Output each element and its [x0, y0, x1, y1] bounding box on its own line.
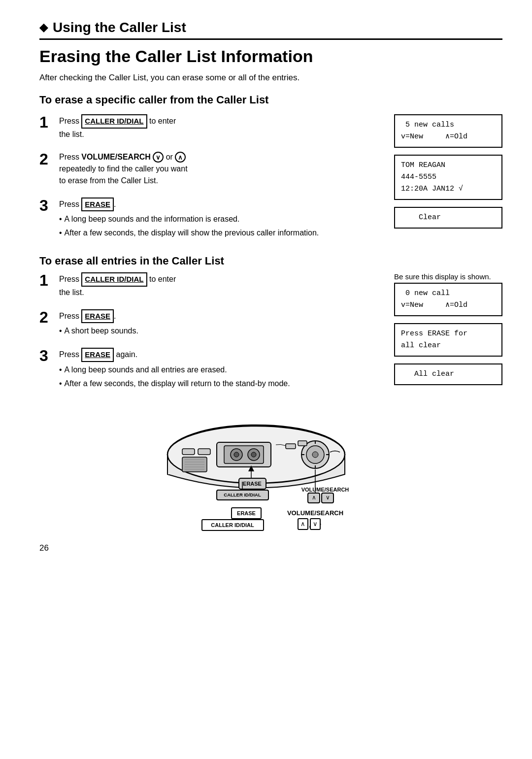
- svg-rect-9: [198, 449, 210, 455]
- step-3-content: Press ERASE. A long beep sounds and the …: [59, 198, 319, 241]
- lcd-display-1: 5 new calls v=New ∧=Old: [394, 114, 502, 148]
- bullet-short-beep: A short beep sounds.: [59, 325, 138, 337]
- lcd-display-2: TOM REAGAN 444-5555 12:20A JAN12 √: [394, 155, 502, 200]
- lcd-display-4: 0 new call v=New ∧=Old: [394, 283, 502, 316]
- svg-point-5: [234, 452, 239, 457]
- header-rule: [39, 38, 502, 40]
- lcd-line-2-1: TOM REAGAN: [401, 160, 496, 171]
- page-number: 26: [39, 543, 502, 553]
- step-3-specific: 3 Press ERASE. A long beep sounds and th…: [39, 198, 379, 241]
- lcd-line-5-2: all clear: [401, 340, 496, 352]
- svg-text:∨: ∨: [313, 520, 318, 528]
- lcd-display-5: Press ERASE for all clear: [394, 323, 502, 357]
- svg-text:CALLER ID/DIAL: CALLER ID/DIAL: [211, 522, 254, 528]
- step-1-content: Press CALLER ID/DIAL to enterthe list.: [59, 114, 176, 142]
- page-header: ◆ Using the Caller List: [39, 20, 502, 35]
- diamond-icon: ◆: [39, 21, 48, 34]
- main-title: Erasing the Caller List Information: [39, 47, 502, 66]
- step-all-num-3: 3: [39, 348, 53, 363]
- step-2-content: Press VOLUME/SEARCH ∨ or ∧ repeatedly to…: [59, 151, 188, 189]
- erase-btn-s1: ERASE: [81, 198, 114, 212]
- step-all-num-1: 1: [39, 272, 53, 288]
- section1-displays: 5 new calls v=New ∧=Old TOM REAGAN 444-5…: [394, 114, 502, 250]
- svg-text:CALLER ID/DIAL: CALLER ID/DIAL: [224, 492, 261, 497]
- lcd-display-3: Clear: [394, 207, 502, 229]
- down-btn: ∨: [153, 152, 164, 163]
- lcd-line-2-2: 444-5555: [401, 171, 496, 183]
- step-num-1: 1: [39, 114, 53, 130]
- up-btn: ∧: [175, 152, 186, 163]
- device-drawing: ERASE CALLER ID/DIAL VOLUME/SEARCH ∧ ∨: [158, 405, 384, 533]
- svg-rect-24: [298, 441, 307, 446]
- bullet-standby: After a few seconds, the display will re…: [59, 378, 290, 390]
- section1-steps: 1 Press CALLER ID/DIAL to enterthe list.…: [39, 114, 379, 250]
- lcd-line-3-1: Clear: [401, 212, 496, 224]
- caller-id-dial-btn-2: CALLER ID/DIAL: [81, 272, 147, 287]
- step-1-specific: 1 Press CALLER ID/DIAL to enterthe list.: [39, 114, 379, 142]
- svg-text:ERASE: ERASE: [237, 510, 256, 516]
- step-all-2-content: Press ERASE. A short beep sounds.: [59, 309, 138, 339]
- svg-text:ERASE: ERASE: [243, 481, 262, 487]
- lcd-line-4-2: v=New ∧=Old: [401, 299, 496, 311]
- section1-heading: To erase a specific caller from the Call…: [39, 94, 502, 106]
- lcd-line-1-1: 5 new calls: [401, 119, 496, 131]
- vol-search-label: VOLUME/SEARCH: [81, 153, 150, 161]
- section2-displays: Be sure this display is shown. 0 new cal…: [394, 272, 502, 400]
- lcd-line-5-1: Press ERASE for: [401, 328, 496, 340]
- bullet-1: A long beep sounds and the information i…: [59, 213, 319, 225]
- step-all-num-2: 2: [39, 309, 53, 325]
- step-num-3: 3: [39, 198, 53, 213]
- step-3-bullets: A long beep sounds and the information i…: [59, 213, 319, 239]
- erase-btn-s2b: ERASE: [81, 348, 114, 362]
- step-all-3-content: Press ERASE again. A long beep sounds an…: [59, 348, 290, 392]
- svg-text:VOLUME/SEARCH: VOLUME/SEARCH: [301, 487, 349, 493]
- erase-btn-s2a: ERASE: [81, 309, 114, 324]
- step-all-2-bullets: A short beep sounds.: [59, 325, 138, 337]
- intro-text: After checking the Caller List, you can …: [39, 73, 502, 83]
- svg-text:VOLUME/SEARCH: VOLUME/SEARCH: [287, 509, 343, 517]
- caller-id-dial-btn-1: CALLER ID/DIAL: [81, 114, 147, 129]
- lcd-line-2-3: 12:20A JAN12 √: [401, 183, 496, 195]
- svg-text:∧: ∧: [312, 494, 316, 501]
- device-body: ERASE CALLER ID/DIAL VOLUME/SEARCH ∧ ∨: [167, 425, 349, 503]
- step-all-3-bullets: A long beep sounds and all entries are e…: [59, 364, 290, 390]
- header-title: Using the Caller List: [53, 20, 186, 35]
- svg-point-18: [312, 452, 318, 458]
- step-1-all: 1 Press CALLER ID/DIAL to enterthe list.: [39, 272, 379, 300]
- section2-heading: To erase all entries in the Caller List: [39, 255, 502, 267]
- step-2-all: 2 Press ERASE. A short beep sounds.: [39, 309, 379, 339]
- step-num-2: 2: [39, 151, 53, 167]
- display-side-label: Be sure this display is shown.: [394, 272, 502, 281]
- svg-text:∧: ∧: [300, 520, 305, 528]
- section2-content: 1 Press CALLER ID/DIAL to enterthe list.…: [39, 272, 502, 400]
- lcd-line-6-1: All clear: [401, 368, 496, 380]
- step-3-all: 3 Press ERASE again. A long beep sounds …: [39, 348, 379, 392]
- step-all-1-content: Press CALLER ID/DIAL to enterthe list.: [59, 272, 176, 300]
- lcd-line-1-2: v=New ∧=Old: [401, 131, 496, 143]
- svg-text:∨: ∨: [326, 494, 330, 501]
- section1-content: 1 Press CALLER ID/DIAL to enterthe list.…: [39, 114, 502, 250]
- svg-point-7: [251, 452, 256, 457]
- lcd-display-6: All clear: [394, 363, 502, 385]
- svg-rect-8: [182, 449, 195, 455]
- step-2-specific: 2 Press VOLUME/SEARCH ∨ or ∧ repeatedly …: [39, 151, 379, 189]
- device-svg: ERASE CALLER ID/DIAL VOLUME/SEARCH ∧ ∨: [158, 405, 384, 533]
- svg-rect-23: [286, 444, 296, 449]
- section2-steps: 1 Press CALLER ID/DIAL to enterthe list.…: [39, 272, 379, 400]
- bullet-2: After a few seconds, the display will sh…: [59, 227, 319, 239]
- bullet-long-beep: A long beep sounds and all entries are e…: [59, 364, 290, 376]
- device-illustration: ERASE CALLER ID/DIAL VOLUME/SEARCH ∧ ∨: [39, 405, 502, 533]
- lcd-line-4-1: 0 new call: [401, 288, 496, 299]
